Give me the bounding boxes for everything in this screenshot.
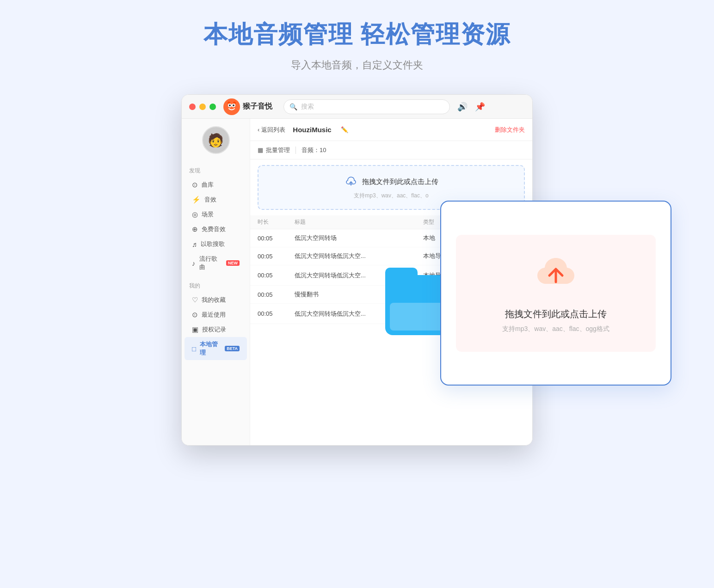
batch-label: 批量管理 [266,146,290,154]
cloud-upload-small-icon [345,175,357,188]
title-bar-actions: 🔊 📌 [457,102,485,112]
right-card-background: 拖拽文件到此或点击上传 支持mp3、wav、aac、flac、ogg格式 [456,235,656,352]
sidebar-item-favorites[interactable]: ♡ 我的收藏 [185,293,247,307]
local-manage-icon: □ [192,345,196,353]
right-card-title: 拖拽文件到此或点击上传 [505,308,607,320]
td-duration: 00:05 [258,235,295,242]
svg-point-0 [223,98,240,115]
sidebar-avatar: 🧑 [182,126,250,154]
right-card-subtitle: 支持mp3、wav、aac、flac、ogg格式 [502,325,609,333]
new-badge: NEW [226,260,240,266]
sidebar-item-search-by-song[interactable]: ♬ 以歌搜歌 [185,237,247,251]
pin-icon[interactable]: 📌 [475,102,485,112]
recent-icon: ⊙ [192,311,198,319]
sidebar: 🧑 发现 ⊙ 曲库 ⚡ 音效 ◎ 场景 ⊕ 免费音效 [182,119,250,445]
batch-icon: ▦ [258,147,263,153]
minimize-button[interactable] [199,104,206,110]
upload-cloud-svg [533,253,579,295]
back-button[interactable]: ‹ 返回列表 [258,126,285,134]
search-song-icon: ♬ [192,240,197,248]
sidebar-item-recent[interactable]: ⊙ 最近使用 [185,307,247,322]
logo-icon [223,98,240,115]
sidebar-item-local-manage[interactable]: □ 本地管理 BETA [185,337,247,360]
audio-count: 音频：10 [302,146,326,154]
folder-title: HouziMusic [293,126,331,134]
sidebar-item-label: 音效 [204,196,216,204]
search-icon: 🔍 [289,103,297,110]
search-bar[interactable]: 🔍 搜索 [283,99,450,114]
page-title: 本地音频管理 轻松管理资源 [203,18,511,51]
music-library-icon: ⊙ [192,181,198,189]
sidebar-item-label: 以歌搜歌 [201,240,225,248]
sidebar-item-free-effects[interactable]: ⊕ 免费音效 [185,222,247,237]
sidebar-item-label: 本地管理 [200,340,220,357]
sidebar-item-trending[interactable]: ♪ 流行歌曲 NEW [185,251,247,275]
td-title: 低沉大空间转场 [295,234,423,242]
right-upload-card[interactable]: 拖拽文件到此或点击上传 支持mp3、wav、aac、flac、ogg格式 [440,201,671,386]
effects-icon: ⚡ [192,196,201,204]
upload-icon-area: 拖拽文件到此或点击上传 [345,175,438,188]
free-effects-icon: ⊕ [192,225,198,233]
sidebar-item-label: 最近使用 [202,311,226,319]
svg-point-3 [229,104,231,106]
sidebar-item-label: 授权记录 [202,325,226,334]
th-duration: 时长 [258,218,295,226]
sidebar-item-effects[interactable]: ⚡ 音效 [185,192,247,207]
trending-icon: ♪ [192,259,196,267]
page-subtitle: 导入本地音频，自定义文件夹 [291,58,423,72]
avatar: 🧑 [202,126,230,154]
sidebar-item-label: 免费音效 [202,225,226,233]
cloud-upload-icon [533,253,579,297]
back-label: 返回列表 [261,126,285,134]
discover-section-label: 发现 [182,165,250,178]
my-section-label: 我的 [182,280,250,293]
title-bar: 猴子音悦 🔍 搜索 🔊 📌 [182,95,532,119]
scenes-icon: ◎ [192,210,198,219]
favorites-icon: ♡ [192,296,198,304]
traffic-lights [189,104,216,110]
td-duration: 00:05 [258,253,295,260]
panel-header: ‹ 返回列表 HouziMusic ✏️ 删除文件夹 [250,119,532,141]
sidebar-item-label: 我的收藏 [202,296,226,304]
panel-toolbar: ▦ 批量管理 音频：10 [250,141,532,159]
delete-folder-button[interactable]: 删除文件夹 [495,126,525,134]
td-duration: 00:05 [258,310,295,317]
auth-icon: ▣ [192,325,198,334]
edit-icon[interactable]: ✏️ [341,126,348,133]
sidebar-item-scenes[interactable]: ◎ 场景 [185,207,247,222]
app-logo: 猴子音悦 [223,98,272,115]
th-title: 标题 [295,218,423,226]
volume-icon[interactable]: 🔊 [457,102,468,112]
sidebar-item-label: 曲库 [202,181,214,189]
td-title: 低沉大空间转场低沉大空... [295,252,423,260]
beta-badge: BETA [225,346,240,351]
td-duration: 00:05 [258,291,295,298]
close-button[interactable] [189,104,196,110]
toolbar-divider [295,147,296,154]
chevron-left-icon: ‹ [258,126,259,133]
svg-point-4 [233,104,234,106]
search-placeholder: 搜索 [301,103,314,111]
sidebar-item-music-library[interactable]: ⊙ 曲库 [185,178,247,192]
sidebar-item-label: 场景 [202,210,214,219]
td-duration: 00:05 [258,272,295,279]
logo-text: 猴子音悦 [243,102,272,111]
upload-main-text: 拖拽文件到此或点击上传 [362,178,438,186]
batch-manage-button[interactable]: ▦ 批量管理 [258,146,290,154]
sidebar-item-auth-log[interactable]: ▣ 授权记录 [185,322,247,337]
upload-sub-text: 支持mp3、wav、aac、flac、o [354,192,428,200]
maximize-button[interactable] [209,104,216,110]
sidebar-item-label: 流行歌曲 [199,255,222,271]
